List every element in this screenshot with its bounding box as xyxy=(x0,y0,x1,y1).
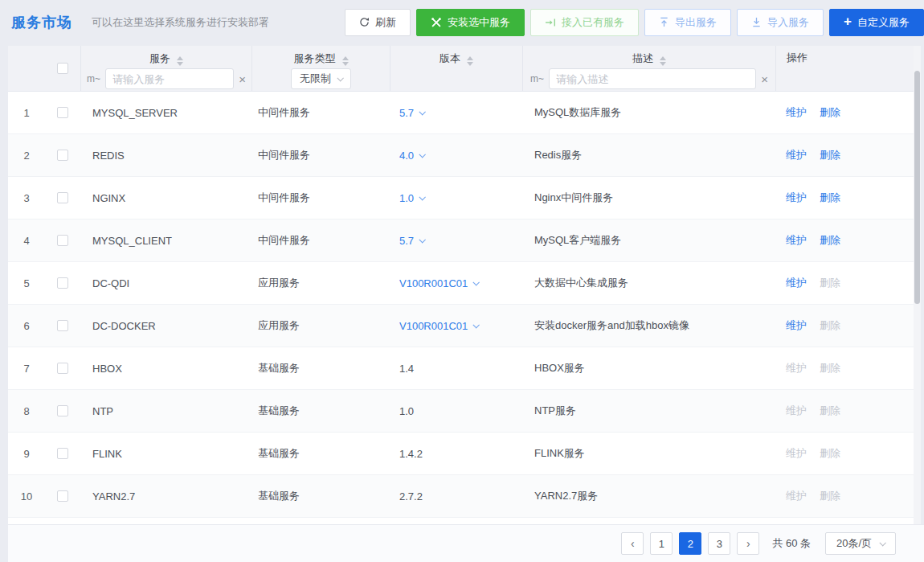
version-text: 2.7.2 xyxy=(399,490,423,503)
description-sort-icon[interactable] xyxy=(660,56,666,66)
row-index: 2 xyxy=(8,150,45,162)
service-name: NTP xyxy=(80,405,251,417)
delete-link[interactable]: 删除 xyxy=(820,191,840,205)
maintain-link[interactable]: 维护 xyxy=(786,446,807,461)
page-title: 服务市场 xyxy=(11,13,72,32)
plus-icon: + xyxy=(844,14,852,28)
page-button-3[interactable]: 3 xyxy=(708,532,730,555)
table-row: 2REDIS中间件服务4.0Redis服务维护删除 xyxy=(8,134,914,177)
version-dropdown[interactable]: 5.7 xyxy=(399,107,424,119)
version-dropdown[interactable]: 1.0 xyxy=(399,192,424,204)
select-all-column-header xyxy=(45,46,80,91)
operation-column-label: 操作 xyxy=(787,51,807,65)
chevron-down-icon xyxy=(337,75,343,81)
row-checkbox[interactable] xyxy=(57,405,68,416)
description-column-header: 描述 m~ × xyxy=(522,46,775,91)
page-button-2[interactable]: 2 xyxy=(679,532,701,555)
service-name: HBOX xyxy=(80,363,251,375)
connect-existing-button[interactable]: 接入已有服务 xyxy=(530,9,639,36)
row-checkbox[interactable] xyxy=(57,448,68,459)
page-subtitle: 可以在这里选择系统服务进行安装部署 xyxy=(92,15,269,30)
import-button[interactable]: 导入服务 xyxy=(737,9,824,36)
delete-link[interactable]: 删除 xyxy=(820,489,840,503)
delete-link[interactable]: 删除 xyxy=(820,404,840,418)
version-sort-icon[interactable] xyxy=(467,56,473,66)
type-filter-select[interactable]: 无限制 xyxy=(291,68,351,89)
maintain-link[interactable]: 维护 xyxy=(786,361,807,375)
vertical-scrollbar-track[interactable] xyxy=(914,46,921,524)
row-checkbox[interactable] xyxy=(57,277,68,289)
service-description: NTP服务 xyxy=(522,404,775,418)
page-size-select[interactable]: 20条/页 xyxy=(825,532,896,555)
row-checkbox[interactable] xyxy=(57,320,68,331)
service-filter-input[interactable] xyxy=(105,68,234,89)
row-index: 9 xyxy=(8,448,45,460)
service-type: 基础服务 xyxy=(251,404,390,418)
maintain-link[interactable]: 维护 xyxy=(786,489,807,503)
total-count-label: 共 60 条 xyxy=(772,536,811,551)
maintain-link[interactable]: 维护 xyxy=(786,276,807,290)
service-name: MYSQL_SERVER xyxy=(80,107,251,119)
page-button-1[interactable]: 1 xyxy=(650,532,673,555)
version-dropdown[interactable]: V100R001C01 xyxy=(399,320,478,332)
maintain-link[interactable]: 维护 xyxy=(786,318,807,333)
toolbar-buttons: 刷新 安装选中服务 接入已有服务 xyxy=(345,9,924,36)
row-checkbox[interactable] xyxy=(57,150,68,161)
custom-service-button[interactable]: + 自定义服务 xyxy=(829,9,924,36)
version-text: 1.4 xyxy=(399,363,414,375)
description-filter-clear-icon[interactable]: × xyxy=(761,73,768,85)
refresh-button[interactable]: 刷新 xyxy=(345,9,411,36)
service-sort-icon[interactable] xyxy=(177,56,183,66)
export-button[interactable]: 导出服务 xyxy=(644,9,731,36)
row-checkbox[interactable] xyxy=(57,490,68,502)
maintain-link[interactable]: 维护 xyxy=(786,233,807,248)
operation-column-header: 操作 xyxy=(775,46,914,91)
service-type: 基础服务 xyxy=(251,489,390,503)
select-all-checkbox[interactable] xyxy=(57,63,68,74)
delete-link[interactable]: 删除 xyxy=(820,318,840,333)
service-description: Nginx中间件服务 xyxy=(522,191,775,205)
service-type: 中间件服务 xyxy=(251,105,390,120)
version-dropdown[interactable]: 5.7 xyxy=(399,235,424,247)
chevron-right-icon: › xyxy=(746,537,750,550)
page-buttons: 123 xyxy=(650,532,730,555)
chevron-down-icon xyxy=(879,539,885,546)
row-checkbox[interactable] xyxy=(57,192,68,203)
version-dropdown[interactable]: V100R001C01 xyxy=(399,277,478,289)
prev-page-button[interactable]: ‹ xyxy=(621,532,644,555)
version-value: V100R001C01 xyxy=(399,277,468,289)
service-description: MySQL数据库服务 xyxy=(522,105,775,120)
delete-link[interactable]: 删除 xyxy=(820,446,840,461)
service-name: DC-QDI xyxy=(80,277,251,289)
maintain-link[interactable]: 维护 xyxy=(786,404,807,418)
service-description: 大数据中心集成服务 xyxy=(522,276,775,290)
row-checkbox[interactable] xyxy=(57,363,68,374)
type-filter-value: 无限制 xyxy=(300,72,331,86)
version-dropdown[interactable]: 4.0 xyxy=(399,150,424,162)
service-type: 基础服务 xyxy=(251,361,390,375)
install-selected-label: 安装选中服务 xyxy=(448,15,510,30)
chevron-down-icon xyxy=(419,194,426,200)
table-row: 9FLINK基础服务1.4.2FLINK服务维护删除 xyxy=(8,433,914,475)
install-selected-button[interactable]: 安装选中服务 xyxy=(416,9,525,36)
next-page-button[interactable]: › xyxy=(737,532,759,555)
service-description: HBOX服务 xyxy=(522,361,775,375)
type-sort-icon[interactable] xyxy=(342,56,349,66)
delete-link[interactable]: 删除 xyxy=(820,361,840,375)
service-filter-clear-icon[interactable]: × xyxy=(239,73,246,85)
description-filter-input[interactable] xyxy=(549,68,756,89)
row-checkbox[interactable] xyxy=(57,107,68,118)
row-checkbox[interactable] xyxy=(57,235,68,246)
version-value: 5.7 xyxy=(399,107,414,119)
vertical-scrollbar-thumb[interactable] xyxy=(914,71,920,304)
delete-link[interactable]: 删除 xyxy=(820,148,840,162)
delete-link[interactable]: 删除 xyxy=(820,105,840,120)
type-column-header: 服务类型 无限制 xyxy=(251,46,390,91)
maintain-link[interactable]: 维护 xyxy=(786,148,807,162)
service-type: 中间件服务 xyxy=(251,233,390,248)
maintain-link[interactable]: 维护 xyxy=(786,105,807,120)
tools-icon xyxy=(431,17,442,28)
delete-link[interactable]: 删除 xyxy=(820,276,840,290)
delete-link[interactable]: 删除 xyxy=(820,233,840,248)
maintain-link[interactable]: 维护 xyxy=(786,191,807,205)
